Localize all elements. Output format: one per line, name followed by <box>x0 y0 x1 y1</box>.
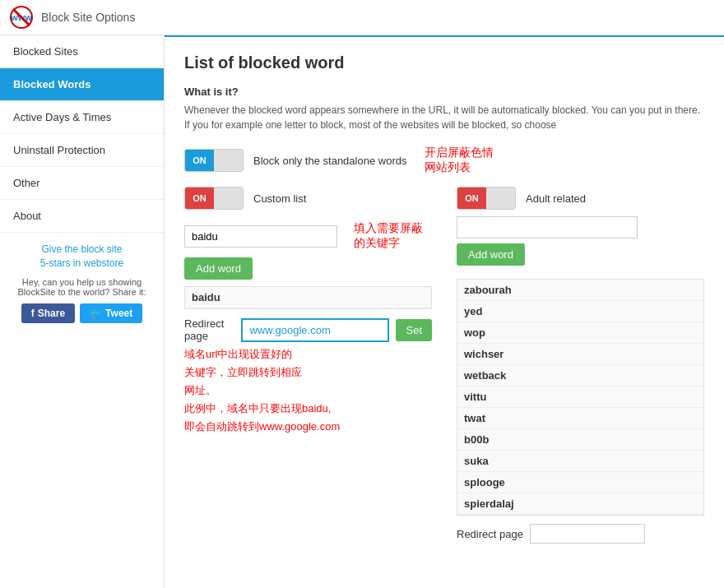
header: WWW Block Site Options <box>0 0 724 35</box>
adult-add-word-button[interactable]: Add word <box>457 243 525 266</box>
add-word-button[interactable]: Add word <box>184 257 253 280</box>
adult-toggle-on-part: ON <box>457 188 486 209</box>
word-item-baidu: baidu <box>185 287 431 308</box>
adult-word-wichser: wichser <box>457 344 703 365</box>
custom-toggle-off-part <box>214 188 243 209</box>
sidebar-item-uninstall-protection[interactable]: Uninstall Protection <box>0 134 164 167</box>
adult-toggle-label: Adult related <box>526 192 586 205</box>
two-column-layout: ON Custom list 填入需要屏蔽的关键字 Add word baidu <box>184 187 704 544</box>
sidebar: Blocked Sites Blocked Words Active Days … <box>0 35 165 588</box>
facebook-icon: f <box>31 308 35 319</box>
keyword-input[interactable] <box>184 225 337 248</box>
adult-word-suka: suka <box>457 451 703 472</box>
redirect-row: Redirect page Set <box>184 317 432 342</box>
adult-word-b00b: b00b <box>457 429 703 451</box>
main-content: List of blocked word What is it? Wheneve… <box>165 35 724 588</box>
adult-redirect-input[interactable] <box>530 524 645 544</box>
standalone-toggle[interactable]: ON <box>184 149 244 172</box>
adult-word-yed: yed <box>457 301 703 322</box>
annotation-line-5: 即会自动跳转到www.google.com <box>184 418 432 436</box>
custom-toggle[interactable]: ON <box>184 187 244 210</box>
adult-word-wetback: wetback <box>457 365 703 387</box>
annotation-line-4: 此例中，域名中只要出现baidu, <box>184 400 432 418</box>
toggle-off-part <box>214 150 243 171</box>
keyword-input-row: 填入需要屏蔽的关键字 <box>184 221 432 251</box>
sidebar-item-about[interactable]: About <box>0 200 164 233</box>
annotation-line-3: 网址。 <box>184 382 432 400</box>
twitter-tweet-label: Tweet <box>105 308 132 319</box>
custom-toggle-label: Custom list <box>253 192 306 205</box>
redirect-annotation-block: 域名url中出现设置好的 关键字，立即跳转到相应 网址。 此例中，域名中只要出现… <box>184 345 432 436</box>
redirect-label: Redirect page <box>184 317 234 342</box>
annotation-enable: 开启屏蔽色情 网站列表 <box>425 146 494 175</box>
custom-list-column: ON Custom list 填入需要屏蔽的关键字 Add word baidu <box>184 187 432 544</box>
redirect-input[interactable] <box>241 318 389 342</box>
adult-list-column: ON Adult related Add word zabourah yed w… <box>457 187 704 544</box>
toggle-on-part: ON <box>185 150 214 171</box>
facebook-share-button[interactable]: f Share <box>21 303 75 323</box>
social-buttons: f Share 🐦 Tweet <box>8 303 155 323</box>
adult-word-splooge: splooge <box>457 472 703 493</box>
adult-word-wop: wop <box>457 322 703 344</box>
custom-toggle-row: ON Custom list <box>184 187 432 210</box>
page-title: List of blocked word <box>184 53 704 72</box>
annotation-line-2: 关键字，立即跳转到相应 <box>184 363 432 382</box>
description-text: Whenever the blocked word appears somewh… <box>184 103 704 132</box>
adult-word-list: zabourah yed wop wichser wetback vittu t… <box>457 279 704 516</box>
standalone-toggle-row: ON Block only the standalone words 开启屏蔽色… <box>184 146 704 175</box>
set-button[interactable]: Set <box>396 319 432 341</box>
block-site-logo: WWW <box>10 6 33 29</box>
sidebar-item-blocked-words[interactable]: Blocked Words <box>0 68 164 101</box>
adult-toggle-off-part <box>486 188 515 209</box>
adult-toggle-row: ON Adult related <box>457 187 704 210</box>
adult-word-vittu: vittu <box>457 387 703 408</box>
sidebar-item-blocked-sites[interactable]: Blocked Sites <box>0 35 164 68</box>
keyword-annotation: 填入需要屏蔽的关键字 <box>354 221 432 251</box>
adult-word-twat: twat <box>457 408 703 429</box>
share-text: Hey, can you help us showing BlockSite t… <box>8 277 155 297</box>
twitter-tweet-button[interactable]: 🐦 Tweet <box>80 303 142 323</box>
standalone-toggle-label: Block only the standalone words <box>253 155 406 167</box>
sidebar-item-active-days-times[interactable]: Active Days & Times <box>0 101 164 134</box>
adult-word-spierdalaj: spierdalaj <box>457 493 703 515</box>
webstore-link[interactable]: Give the block site5-stars in webstore <box>8 243 155 271</box>
custom-word-list: baidu <box>184 286 432 309</box>
facebook-share-label: Share <box>38 308 65 319</box>
custom-toggle-on-part: ON <box>185 188 214 209</box>
adult-keyword-input[interactable] <box>457 216 638 238</box>
add-word-row: Add word <box>184 257 432 286</box>
annotation-line-1: 域名url中出现设置好的 <box>184 345 432 363</box>
sidebar-item-other[interactable]: Other <box>0 167 164 200</box>
adult-redirect-row: Redirect page <box>457 524 704 544</box>
header-title: Block Site Options <box>41 11 135 24</box>
adult-toggle[interactable]: ON <box>457 187 516 210</box>
sidebar-footer: Give the block site5-stars in webstore H… <box>0 233 164 333</box>
adult-keyword-input-row: Add word <box>457 216 704 272</box>
what-is-it-label: What is it? <box>184 86 704 98</box>
twitter-icon: 🐦 <box>90 308 102 319</box>
adult-redirect-label: Redirect page <box>457 528 523 540</box>
adult-word-zabourah: zabourah <box>457 280 703 301</box>
